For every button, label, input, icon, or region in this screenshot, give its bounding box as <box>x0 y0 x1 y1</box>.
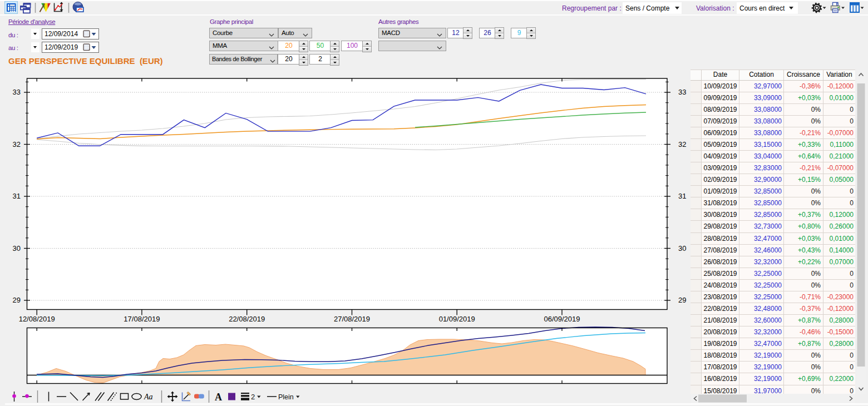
svg-text:33: 33 <box>678 88 686 96</box>
svg-text:06/09/2019: 06/09/2019 <box>544 315 580 323</box>
svg-text:31: 31 <box>678 192 686 200</box>
svg-text:31: 31 <box>13 192 21 200</box>
svg-text:Aa: Aa <box>144 393 153 401</box>
svg-text:29: 29 <box>678 296 686 304</box>
svg-text:17/08/2019: 17/08/2019 <box>124 315 160 323</box>
svg-text:22/08/2019: 22/08/2019 <box>229 315 265 323</box>
svg-text:2: 2 <box>251 393 255 401</box>
svg-text:27/08/2019: 27/08/2019 <box>334 315 370 323</box>
svg-text:01/09/2019: 01/09/2019 <box>439 315 475 323</box>
svg-text:29: 29 <box>13 296 21 304</box>
svg-text:32: 32 <box>678 140 686 148</box>
svg-text:30: 30 <box>678 244 686 252</box>
svg-text:33: 33 <box>13 88 21 96</box>
svg-text:12/08/2019: 12/08/2019 <box>19 315 55 323</box>
svg-text:30: 30 <box>13 244 21 252</box>
svg-text:32: 32 <box>13 140 21 148</box>
svg-text:A: A <box>215 392 222 403</box>
svg-text:Plein: Plein <box>278 393 294 401</box>
